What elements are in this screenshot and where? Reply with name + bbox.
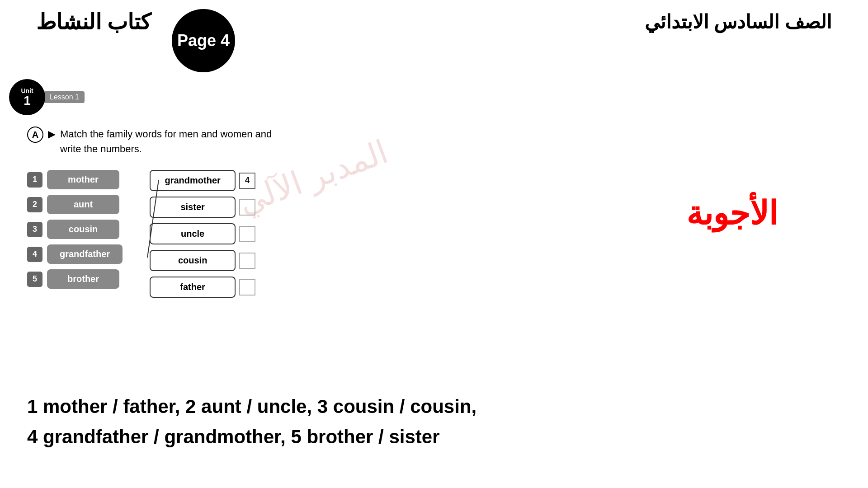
number-badge: 3: [27, 222, 42, 237]
list-item: uncle: [150, 223, 255, 244]
answer-text: 1 mother / father, 2 aunt / uncle, 3 cou…: [27, 391, 570, 452]
left-column: 1 mother 2 aunt 3 cousin 4 grandfather 5…: [27, 170, 123, 289]
number-badge: 2: [27, 197, 42, 212]
word-button-aunt[interactable]: aunt: [47, 195, 119, 214]
answer-box-cousin: [239, 253, 255, 269]
answer-box-grandmother: 4: [239, 173, 255, 189]
word-button-cousin-right[interactable]: cousin: [150, 250, 236, 271]
unit-number: 1: [24, 94, 31, 107]
arrow-icon: ▶: [48, 128, 56, 140]
word-button-uncle[interactable]: uncle: [150, 223, 236, 244]
word-button-grandfather[interactable]: grandfather: [47, 244, 123, 264]
number-badge: 4: [27, 247, 42, 262]
question-header: A ▶ Match the family words for men and w…: [27, 127, 411, 156]
word-button-grandmother[interactable]: grandmother: [150, 170, 236, 191]
number-badge: 1: [27, 172, 42, 188]
question-text: Match the family words for men and women…: [60, 127, 272, 156]
list-item: sister: [150, 197, 255, 218]
answer-box-father: [239, 279, 255, 296]
answer-box-sister: [239, 199, 255, 216]
al-ajweba-label: الأجوبة: [686, 194, 778, 232]
list-item: 5 brother: [27, 269, 123, 289]
list-item: 1 mother: [27, 170, 123, 189]
book-label: كتاب النشاط: [36, 9, 151, 34]
list-item: 2 aunt: [27, 195, 123, 214]
page-circle: Page 4: [172, 9, 235, 72]
word-button-cousin[interactable]: cousin: [47, 220, 119, 239]
answer-line2: 4 grandfather / grandmother, 5 brother /…: [27, 422, 570, 452]
list-item: father: [150, 277, 255, 298]
number-badge: 5: [27, 272, 42, 287]
grade-label: الصف السادس الابتدائي: [645, 11, 832, 33]
word-button-mother[interactable]: mother: [47, 170, 119, 189]
list-item: 4 grandfather: [27, 244, 123, 264]
list-item: grandmother 4: [150, 170, 255, 191]
matching-exercise: 1 mother 2 aunt 3 cousin 4 grandfather 5…: [27, 170, 411, 298]
lesson-tag: Lesson 1: [43, 91, 85, 103]
answer-line1: 1 mother / father, 2 aunt / uncle, 3 cou…: [27, 391, 570, 422]
list-item: 3 cousin: [27, 220, 123, 239]
answer-box-uncle: [239, 226, 255, 242]
main-content: A ▶ Match the family words for men and w…: [27, 127, 411, 298]
word-button-brother[interactable]: brother: [47, 269, 119, 289]
list-item: cousin: [150, 250, 255, 271]
question-label: A: [27, 127, 43, 143]
svg-line-0: [147, 180, 159, 258]
header: الصف السادس الابتدائي كتاب النشاط: [0, 0, 868, 39]
word-button-father[interactable]: father: [150, 277, 236, 298]
unit-circle: Unit 1: [9, 79, 45, 115]
word-button-sister[interactable]: sister: [150, 197, 236, 218]
unit-badge: Unit 1 Lesson 1: [9, 79, 85, 115]
right-column: grandmother 4 sister uncle cousin father: [150, 170, 255, 298]
